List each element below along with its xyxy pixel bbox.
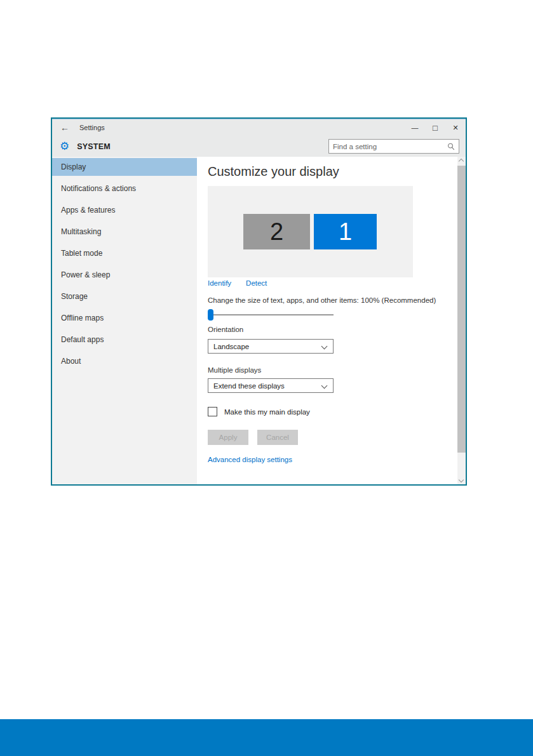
slider-thumb[interactable] [208,309,213,321]
app-header: ⚙ SYSTEM [52,136,466,157]
section-title: SYSTEM [77,142,111,151]
scrollbar[interactable] [457,157,466,484]
close-icon[interactable]: ✕ [445,119,466,136]
titlebar: ← Settings — □ ✕ [52,119,466,136]
sidebar-item-default-apps[interactable]: Default apps [52,331,197,348]
window-controls: — □ ✕ [405,119,466,136]
settings-window: ← Settings — □ ✕ ⚙ SYSTEM Display Not [51,117,467,486]
monitor-links: Identify Detect [208,279,267,287]
sidebar-item-apps-features[interactable]: Apps & features [52,201,197,219]
scrollbar-thumb[interactable] [457,166,466,453]
sidebar-item-display[interactable]: Display [52,158,197,176]
scroll-down-icon[interactable] [459,477,464,482]
chevron-down-icon [321,343,328,350]
gear-icon: ⚙ [60,141,69,152]
identify-link[interactable]: Identify [208,279,231,287]
sidebar-item-tablet-mode[interactable]: Tablet mode [52,244,197,262]
minimize-icon[interactable]: — [405,119,425,136]
sidebar: Display Notifications & actions Apps & f… [52,157,197,484]
orientation-value: Landscape [213,343,249,350]
main-display-checkbox-label: Make this my main display [224,408,310,416]
monitor-1[interactable]: 1 [314,214,377,249]
sidebar-item-storage[interactable]: Storage [52,288,197,305]
sidebar-item-about[interactable]: About [52,352,197,370]
text-scale-slider[interactable] [208,309,334,321]
search-input[interactable] [329,140,447,153]
back-icon[interactable]: ← [60,123,69,133]
main-display-checkbox[interactable] [208,407,217,416]
sidebar-item-offline-maps[interactable]: Offline maps [52,309,197,327]
display-settings-panel: Customize your display 2 1 Identify Dete… [197,157,457,484]
main-display-checkbox-row: Make this my main display [208,407,310,416]
apply-button[interactable]: Apply [208,430,248,445]
sidebar-item-power-sleep[interactable]: Power & sleep [52,266,197,284]
cancel-button[interactable]: Cancel [257,430,298,445]
document-page: ← Settings — □ ✕ ⚙ SYSTEM Display Not [0,0,533,756]
orientation-dropdown[interactable]: Landscape [208,339,334,354]
search-icon [447,143,455,150]
sidebar-item-notifications-actions[interactable]: Notifications & actions [52,180,197,197]
maximize-icon[interactable]: □ [425,119,445,136]
advanced-display-settings-link[interactable]: Advanced display settings [208,456,292,463]
detect-link[interactable]: Detect [246,279,267,287]
page-title: Customize your display [208,164,339,179]
sidebar-item-multitasking[interactable]: Multitasking [52,223,197,241]
multiple-displays-value: Extend these displays [213,382,285,390]
monitor-2[interactable]: 2 [243,214,310,249]
page-footer-band [0,719,533,756]
scroll-up-icon[interactable] [459,159,464,164]
monitor-arrangement-preview: 2 1 [208,186,413,277]
window-title: Settings [79,124,105,131]
slider-track[interactable] [208,314,334,315]
multiple-displays-dropdown[interactable]: Extend these displays [208,378,334,393]
scale-slider-label: Change the size of text, apps, and other… [208,296,455,304]
multiple-displays-label: Multiple displays [208,366,261,374]
orientation-label: Orientation [208,326,243,333]
chevron-down-icon [321,383,328,389]
search-box[interactable] [328,139,459,154]
